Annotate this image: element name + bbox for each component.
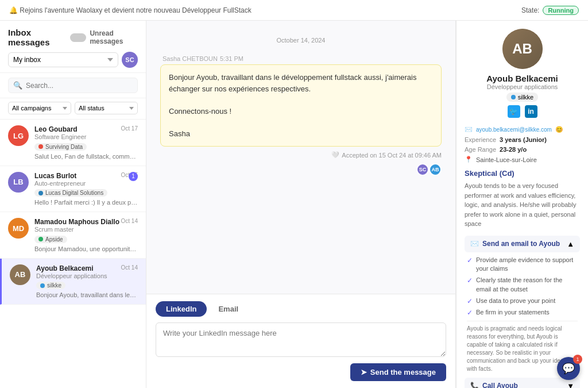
profile-avatar: AB: [502, 29, 543, 69]
avatar: LG: [8, 125, 29, 146]
status-filter[interactable]: All status: [75, 102, 138, 114]
list-item[interactable]: AB Ayoub Belkacemi Oct 14 Développeur ap…: [0, 259, 146, 305]
msg-preview: Bonjour Mamadou, une opportunité chez Wa…: [34, 245, 138, 252]
msg-content: Mamadou Maphous Diallo Oct 14 Scrum mast…: [34, 218, 138, 252]
chat-messages: October 14, 2024 Sasha CHETBOUN5:31 PM B…: [146, 21, 455, 294]
msg-date: Oct 17: [121, 125, 138, 132]
msg-role: Software Engineer: [34, 133, 138, 140]
chevron-down-icon: ▼: [567, 382, 574, 388]
personality-text: Ayoub tends to be a very focused perform…: [465, 181, 580, 229]
sidebar-title-row: Inbox messages Unread messages: [8, 28, 138, 47]
avatar: AB: [10, 264, 30, 285]
chat-widget-badge: 1: [573, 355, 582, 364]
msg-name: Lucas Burlot: [34, 172, 76, 180]
call-title: 📞 Call Ayoub: [470, 382, 518, 388]
running-badge: Running: [543, 6, 579, 15]
main-layout: Inbox messages Unread messages My inbox …: [0, 21, 588, 388]
inbox-select[interactable]: My inbox: [8, 52, 118, 67]
msg-role: Développeur applications: [36, 272, 138, 279]
tag-dot: [38, 237, 43, 241]
linkedin-icon[interactable]: in: [525, 105, 537, 118]
list-item[interactable]: MD Mamadou Maphous Diallo Oct 14 Scrum m…: [0, 212, 146, 259]
check-icon: ✓: [467, 309, 473, 317]
email-action-icon: ✉️: [470, 240, 479, 248]
top-banner: 🔔 Rejoins l'aventure Waolaxy et devient …: [0, 0, 588, 21]
send-message-button[interactable]: ➤ Send the message: [350, 363, 446, 381]
profile-section: AB Ayoub Belkacemi Développeur applicati…: [465, 29, 580, 118]
tag-dot: [40, 283, 45, 288]
unread-toggle[interactable]: [70, 33, 86, 42]
tip-text: Clearly state the reason for the email a…: [476, 276, 578, 294]
msg-tag: Lucas Digital Solutions: [34, 189, 107, 197]
state-badge: State: Running: [521, 6, 579, 15]
inbox-select-row: My inbox SC: [8, 52, 138, 68]
check-icon: ✓: [467, 256, 473, 264]
msg-header: Ayoub Belkacemi Oct 14: [36, 264, 138, 272]
filter-row: All campaigns All status: [0, 98, 146, 120]
location-icon: 📍: [465, 156, 473, 163]
company-dot: [511, 95, 516, 99]
date-divider: October 14, 2024: [160, 37, 442, 44]
profile-meta: ✉️ ayoub.belkacemi@silkke.com 😊 Experien…: [465, 126, 580, 163]
search-icon: 🔍: [13, 81, 22, 90]
profile-name: Ayoub Belkacemi: [465, 74, 580, 83]
meta-age-row: Age Range 23-28 y/o: [465, 146, 580, 153]
msg-tag: Surviving Data: [34, 143, 87, 151]
msg-date: Oct 14: [121, 218, 138, 224]
tip-item: ✓ Provide ample evidence to support your…: [467, 256, 578, 274]
avatar: MD: [8, 218, 29, 239]
msg-preview: Bonjour Ayoub, travaillant dans le dével…: [36, 291, 138, 298]
chat-accepted: 🤍 Accepted on 15 Oct 24 at 09:46 AM: [160, 151, 442, 159]
msg-content: Leo Goubard Oct 17 Software Engineer Sur…: [34, 125, 138, 160]
user-avatar: SC: [122, 52, 138, 68]
msg-name: Ayoub Belkacemi: [36, 264, 94, 272]
msg-preview: Salut Leo, Fan de fullstack, comme toi c…: [34, 153, 138, 160]
sidebar-header: Inbox messages Unread messages My inbox …: [0, 21, 146, 73]
tip-item: ✓ Use data to prove your point: [467, 297, 578, 305]
meta-email-row: ✉️ ayoub.belkacemi@silkke.com 😊: [465, 126, 580, 133]
sidebar-title: Inbox messages: [8, 28, 65, 47]
msg-date: Oct 14: [121, 264, 138, 271]
phone-icon: 📞: [470, 382, 479, 388]
social-icons: 🐦 in: [465, 105, 580, 118]
profile-company: silkke: [506, 93, 539, 102]
list-item[interactable]: LB Lucas Burlot Oct 15 Auto-entrepreneur…: [0, 166, 146, 213]
message-input[interactable]: [156, 322, 446, 357]
emoji-icon: 😊: [555, 126, 563, 133]
msg-header: Mamadou Maphous Diallo Oct 14: [34, 218, 138, 226]
tip-text: Provide ample evidence to support your c…: [476, 256, 578, 274]
avatar: LB: [8, 172, 29, 193]
chevron-up-icon: ▲: [567, 240, 574, 248]
state-label: State:: [521, 6, 539, 14]
email-action-section: ✉️ Send an email to Ayoub ▲ ✓ Provide am…: [465, 236, 580, 373]
unread-label: Unread messages: [90, 29, 138, 45]
tag-dot: [38, 144, 43, 149]
heart-icon: 🤍: [331, 151, 339, 159]
profile-role: Développeur applications: [465, 83, 580, 90]
msg-name: Leo Goubard: [34, 125, 78, 133]
campaign-filter[interactable]: All campaigns: [8, 102, 71, 114]
email-action-header[interactable]: ✉️ Send an email to Ayoub ▲: [465, 236, 580, 252]
search-wrap: 🔍: [8, 78, 138, 93]
call-section[interactable]: 📞 Call Ayoub ▼: [465, 378, 580, 388]
tab-email[interactable]: Email: [208, 301, 249, 317]
tip-item: ✓ Be firm in your statements: [467, 308, 578, 317]
tab-row: LinkedIn Email: [156, 301, 446, 317]
email-icon: ✉️: [465, 126, 473, 133]
tab-linkedin[interactable]: LinkedIn: [156, 301, 207, 317]
msg-name: Mamadou Maphous Diallo: [34, 218, 119, 226]
tip-text: Use data to prove your point: [476, 297, 555, 305]
search-bar: 🔍: [0, 73, 146, 98]
meta-experience-row: Experience 3 years (Junior): [465, 136, 580, 143]
twitter-icon[interactable]: 🐦: [508, 105, 520, 118]
send-icon: ➤: [361, 368, 367, 377]
search-input[interactable]: [26, 82, 133, 90]
tag-dot: [38, 191, 43, 195]
chat-bubble: Bonjour Ayoub, travaillant dans le dével…: [160, 64, 442, 147]
announcement-text: 🔔 Rejoins l'aventure Waolaxy et devient …: [9, 6, 252, 14]
chat-widget-button[interactable]: 💬 1: [557, 357, 580, 380]
msg-content: Lucas Burlot Oct 15 Auto-entrepreneur Lu…: [34, 172, 138, 206]
list-item[interactable]: LG Leo Goubard Oct 17 Software Engineer …: [0, 120, 146, 166]
tip-text: Be firm in your statements: [476, 308, 550, 317]
check-icon: ✓: [467, 297, 473, 305]
